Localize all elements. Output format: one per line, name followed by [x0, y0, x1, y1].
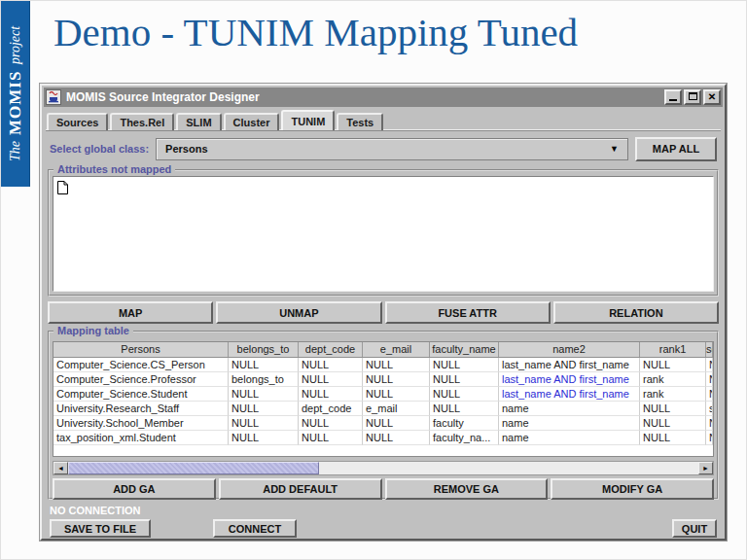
- mapping-table[interactable]: Persons belongs_to dept_code e_mail facu…: [53, 341, 714, 457]
- cell[interactable]: NULL: [640, 358, 706, 372]
- banner-word-the: The: [8, 141, 23, 161]
- cell[interactable]: tax_position_xml.Student: [53, 431, 229, 445]
- table-row[interactable]: University.School_Member NULL NULL NULL …: [53, 416, 713, 431]
- add-ga-button[interactable]: ADD GA: [53, 478, 216, 500]
- cell[interactable]: NULL: [363, 431, 430, 445]
- cell[interactable]: NULL: [430, 358, 499, 372]
- tab-sources[interactable]: Sources: [47, 113, 108, 130]
- table-row[interactable]: Computer_Science.CS_Person NULL NULL NUL…: [53, 358, 713, 372]
- cell[interactable]: Computer_Science.Professor: [53, 372, 229, 387]
- cell[interactable]: NULL: [299, 387, 363, 402]
- map-button[interactable]: MAP: [48, 301, 213, 324]
- scroll-left-icon: ◄: [57, 465, 64, 472]
- cell[interactable]: NULL: [299, 358, 363, 372]
- table-horizontal-scrollbar[interactable]: ◄ ►: [53, 461, 714, 475]
- cell[interactable]: NULL: [229, 358, 299, 372]
- cell[interactable]: NULL: [299, 416, 363, 431]
- cell[interactable]: NULL: [229, 431, 299, 445]
- col-header-se[interactable]: se: [706, 342, 713, 357]
- scrollbar-thumb[interactable]: [68, 462, 319, 474]
- tab-thes-rel[interactable]: Thes.Rel: [110, 113, 174, 130]
- scroll-left-button[interactable]: ◄: [53, 462, 68, 474]
- table-row[interactable]: University.Research_Staff NULL dept_code…: [53, 402, 713, 416]
- cell[interactable]: e_mail: [363, 402, 430, 416]
- col-header-dept-code[interactable]: dept_code: [299, 342, 363, 357]
- window-titlebar[interactable]: MOMIS Source Integrator Designer ✕: [44, 88, 723, 107]
- connection-status: NO CONNECTION: [50, 505, 141, 516]
- cell[interactable]: NULL: [363, 416, 430, 431]
- cell[interactable]: NULL: [363, 358, 430, 372]
- chevron-down-icon[interactable]: ▼: [610, 144, 619, 154]
- cell[interactable]: NULL: [640, 416, 706, 431]
- minimize-button[interactable]: [664, 89, 682, 105]
- cell[interactable]: name: [499, 402, 640, 416]
- connect-button[interactable]: CONNECT: [213, 519, 297, 538]
- map-all-button[interactable]: MAP ALL: [635, 137, 717, 161]
- remove-ga-button[interactable]: REMOVE GA: [385, 478, 549, 500]
- save-to-file-button[interactable]: SAVE TO FILE: [50, 519, 151, 538]
- cell[interactable]: University.School_Member: [53, 416, 229, 431]
- scrollbar-track[interactable]: [319, 462, 698, 474]
- cell[interactable]: NULL: [640, 431, 706, 445]
- cell[interactable]: NULL: [229, 387, 299, 402]
- table-row[interactable]: Computer_Science.Professor belongs_to NU…: [53, 372, 713, 387]
- cell[interactable]: dept_code: [299, 402, 363, 416]
- momis-designer-window: MOMIS Source Integrator Designer ✕ Sourc…: [40, 84, 727, 541]
- col-header-name2[interactable]: name2: [499, 342, 640, 357]
- col-header-rank1[interactable]: rank1: [640, 342, 706, 357]
- cell[interactable]: NULL: [363, 372, 430, 387]
- fuse-attr-button[interactable]: FUSE ATTR: [385, 301, 551, 324]
- modify-ga-button[interactable]: MODIFY GA: [551, 478, 714, 500]
- cell[interactable]: NULL: [430, 387, 499, 402]
- cell[interactable]: last_name AND first_name: [499, 358, 640, 372]
- tab-tunim[interactable]: TUNIM: [281, 110, 335, 130]
- cell[interactable]: belongs_to: [229, 372, 299, 387]
- relation-button[interactable]: RELATION: [553, 301, 719, 324]
- cell[interactable]: NULL: [229, 416, 299, 431]
- col-header-faculty-name[interactable]: faculty_name: [430, 342, 499, 357]
- cell[interactable]: se: [706, 402, 713, 416]
- global-class-combobox[interactable]: Persons ▼: [156, 138, 628, 160]
- cell[interactable]: University.Research_Staff: [53, 402, 229, 416]
- cell[interactable]: NU: [706, 387, 713, 402]
- tab-cluster[interactable]: Cluster: [224, 113, 280, 130]
- tab-tests[interactable]: Tests: [337, 113, 383, 130]
- attributes-list[interactable]: [53, 176, 714, 292]
- add-default-button[interactable]: ADD DEFAULT: [219, 478, 382, 500]
- tab-slim[interactable]: SLIM: [176, 113, 221, 130]
- cell[interactable]: Computer_Science.Student: [53, 387, 229, 402]
- cell[interactable]: NULL: [299, 372, 363, 387]
- cell[interactable]: name: [499, 416, 640, 431]
- cell[interactable]: NU: [706, 358, 713, 372]
- cell[interactable]: NU: [706, 416, 713, 431]
- cell[interactable]: rank: [640, 387, 706, 402]
- cell[interactable]: name: [499, 431, 640, 445]
- cell[interactable]: last_name AND first_name: [499, 387, 640, 402]
- cell[interactable]: NULL: [229, 402, 299, 416]
- quit-button[interactable]: QUIT: [672, 519, 717, 538]
- cell[interactable]: faculty: [430, 416, 499, 431]
- cell[interactable]: NU: [706, 431, 713, 445]
- cell[interactable]: Computer_Science.CS_Person: [53, 358, 229, 372]
- cell[interactable]: NULL: [299, 431, 363, 445]
- col-header-e-mail[interactable]: e_mail: [363, 342, 430, 357]
- cell[interactable]: NU: [706, 372, 713, 387]
- table-row[interactable]: tax_position_xml.Student NULL NULL NULL …: [53, 431, 713, 445]
- col-header-persons[interactable]: Persons: [53, 342, 229, 357]
- cell[interactable]: NULL: [430, 402, 499, 416]
- cell[interactable]: NULL: [640, 402, 706, 416]
- cell[interactable]: NULL: [430, 372, 499, 387]
- close-button[interactable]: ✕: [703, 89, 721, 105]
- maximize-button[interactable]: [684, 89, 701, 105]
- cell[interactable]: faculty_na...: [430, 431, 499, 445]
- col-header-belongs-to[interactable]: belongs_to: [229, 342, 299, 357]
- cell[interactable]: NULL: [363, 387, 430, 402]
- banner-word-momis: MOMIS: [6, 70, 25, 134]
- cell[interactable]: last_name AND first_name: [499, 372, 640, 387]
- scroll-right-button[interactable]: ►: [698, 462, 713, 474]
- unmap-button[interactable]: UNMAP: [216, 301, 381, 324]
- slide: The MOMIS project Demo - TUNIM Mapping T…: [0, 0, 747, 560]
- document-icon: [56, 180, 69, 195]
- cell[interactable]: rank: [640, 372, 706, 387]
- table-row[interactable]: Computer_Science.Student NULL NULL NULL …: [53, 387, 713, 402]
